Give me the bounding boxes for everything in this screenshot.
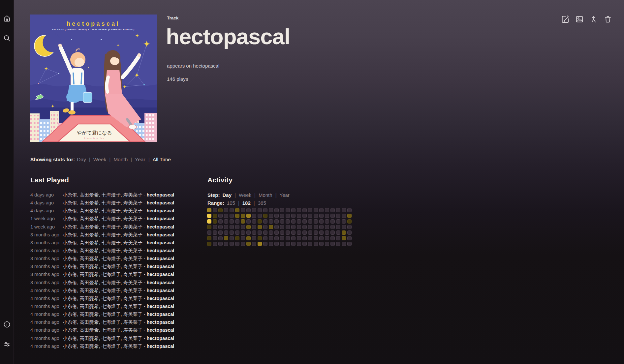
heatmap-cell[interactable] [291, 230, 296, 235]
heatmap-cell[interactable] [218, 242, 223, 246]
heatmap-cell[interactable] [224, 214, 228, 218]
artist-link[interactable]: 寿美菜子 [123, 232, 142, 237]
heatmap-cell[interactable] [224, 219, 228, 224]
heatmap-cell[interactable] [297, 219, 301, 224]
artist-link[interactable]: 高田憂希 [80, 272, 99, 277]
home-icon[interactable] [3, 15, 11, 22]
step-option-day[interactable]: Day [223, 192, 232, 198]
artist-link[interactable]: 七海燈子 [102, 296, 121, 301]
heatmap-cell[interactable] [280, 236, 284, 240]
heatmap-cell[interactable] [314, 208, 318, 212]
heatmap-cell[interactable] [291, 242, 296, 246]
heatmap-cell[interactable] [280, 242, 284, 246]
heatmap-cell[interactable] [241, 208, 245, 212]
heatmap-cell[interactable] [286, 230, 290, 235]
track-link[interactable]: hectopascal [147, 327, 174, 333]
info-icon[interactable] [3, 320, 11, 328]
heatmap-cell[interactable] [246, 225, 251, 229]
heatmap-cell[interactable] [230, 208, 234, 212]
heatmap-cell[interactable] [230, 214, 234, 218]
heatmap-cell[interactable] [274, 236, 279, 240]
heatmap-cell[interactable] [258, 208, 262, 212]
heatmap-cell[interactable] [246, 219, 251, 224]
search-icon[interactable] [3, 34, 11, 42]
track-link[interactable]: hectopascal [147, 344, 174, 349]
artist-link[interactable]: 七海燈子 [102, 304, 121, 309]
heatmap-cell[interactable] [207, 214, 211, 218]
artist-link[interactable]: 寿美菜子 [123, 208, 142, 213]
heatmap-cell[interactable] [347, 219, 352, 224]
artist-link[interactable]: 七海燈子 [102, 216, 121, 221]
step-option-year[interactable]: Year [280, 192, 290, 198]
heatmap-cell[interactable] [302, 242, 307, 246]
heatmap-cell[interactable] [336, 208, 340, 212]
artist-link[interactable]: 小糸侑 [63, 344, 77, 349]
heatmap-cell[interactable] [347, 208, 352, 212]
heatmap-cell[interactable] [280, 214, 284, 218]
heatmap-cell[interactable] [263, 236, 267, 240]
heatmap-cell[interactable] [269, 214, 273, 218]
track-link[interactable]: hectopascal [147, 232, 174, 237]
heatmap-cell[interactable] [213, 208, 217, 212]
heatmap-cell[interactable] [291, 236, 296, 240]
heatmap-cell[interactable] [274, 219, 279, 224]
artist-link[interactable]: 小糸侑 [63, 192, 77, 197]
change-image-icon[interactable] [575, 15, 584, 23]
artist-link[interactable]: 七海燈子 [102, 319, 121, 325]
stats-option-year[interactable]: Year [135, 157, 145, 162]
artist-link[interactable]: 寿美菜子 [123, 319, 142, 325]
heatmap-cell[interactable] [342, 208, 346, 212]
heatmap-cell[interactable] [291, 208, 296, 212]
artist-link[interactable]: 七海燈子 [102, 336, 121, 341]
artist-link[interactable]: 七海燈子 [102, 192, 121, 197]
heatmap-cell[interactable] [263, 219, 267, 224]
artist-link[interactable]: 高田憂希 [80, 344, 99, 349]
heatmap-cell[interactable] [308, 214, 312, 218]
artist-link[interactable]: 小糸侑 [63, 336, 77, 341]
heatmap-cell[interactable] [308, 225, 312, 229]
artist-link[interactable]: 高田憂希 [80, 304, 99, 309]
heatmap-cell[interactable] [336, 230, 340, 235]
heatmap-cell[interactable] [347, 230, 352, 235]
heatmap-cell[interactable] [342, 219, 346, 224]
heatmap-cell[interactable] [241, 242, 245, 246]
heatmap-cell[interactable] [336, 236, 340, 240]
heatmap-cell[interactable] [263, 230, 267, 235]
artist-link[interactable]: 小糸侑 [63, 224, 77, 229]
heatmap-cell[interactable] [235, 236, 239, 240]
heatmap-cell[interactable] [302, 208, 307, 212]
heatmap-cell[interactable] [235, 242, 239, 246]
track-link[interactable]: hectopascal [147, 208, 174, 213]
artist-link[interactable]: 小糸侑 [63, 327, 77, 333]
artist-link[interactable]: 寿美菜子 [123, 312, 142, 317]
heatmap-cell[interactable] [291, 225, 296, 229]
artist-link[interactable]: 小糸侑 [63, 216, 77, 221]
heatmap-cell[interactable] [252, 225, 256, 229]
heatmap-cell[interactable] [213, 230, 217, 235]
heatmap-cell[interactable] [319, 242, 324, 246]
heatmap-cell[interactable] [218, 208, 223, 212]
heatmap-cell[interactable] [213, 242, 217, 246]
heatmap-cell[interactable] [246, 214, 251, 218]
artist-link[interactable]: 七海燈子 [102, 232, 121, 237]
heatmap-cell[interactable] [302, 214, 307, 218]
heatmap-cell[interactable] [235, 230, 239, 235]
heatmap-cell[interactable] [297, 214, 301, 218]
heatmap-cell[interactable] [230, 219, 234, 224]
artist-link[interactable]: 小糸侑 [63, 264, 77, 269]
heatmap-cell[interactable] [325, 230, 329, 235]
artist-link[interactable]: 小糸侑 [63, 296, 77, 301]
artist-link[interactable]: 寿美菜子 [123, 192, 142, 197]
settings-sliders-icon[interactable] [3, 340, 11, 348]
artist-link[interactable]: 高田憂希 [80, 232, 99, 237]
heatmap-cell[interactable] [314, 230, 318, 235]
heatmap-cell[interactable] [336, 242, 340, 246]
stats-option-month[interactable]: Month [113, 157, 128, 162]
heatmap-cell[interactable] [319, 230, 324, 235]
heatmap-cell[interactable] [314, 242, 318, 246]
heatmap-cell[interactable] [218, 219, 223, 224]
heatmap-cell[interactable] [280, 230, 284, 235]
heatmap-cell[interactable] [258, 214, 262, 218]
heatmap-cell[interactable] [207, 225, 211, 229]
heatmap-cell[interactable] [297, 230, 301, 235]
